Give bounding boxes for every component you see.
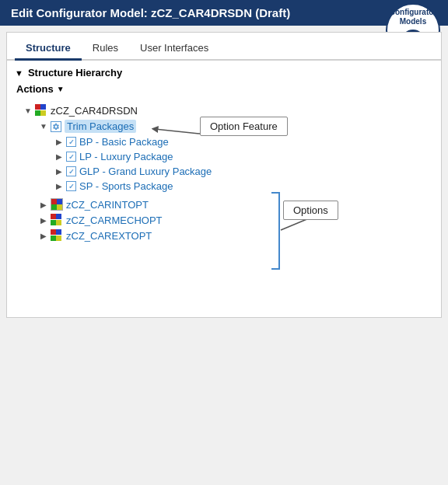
option-node-3: ▶ SP - Sports Package	[15, 179, 433, 194]
item-sq-g	[51, 204, 57, 210]
option-2-expander[interactable]: ▶	[54, 166, 65, 177]
option-3-expander[interactable]: ▶	[54, 181, 65, 192]
item-node-1: ▶ zCZ_CARMECHOPT	[15, 212, 433, 228]
option-1-expander[interactable]: ▶	[54, 152, 65, 162]
tab-user-interfaces[interactable]: User Interfaces	[129, 37, 219, 61]
item-0-label[interactable]: zCZ_CARINTOPT	[66, 199, 149, 211]
option-2-checkbox[interactable]	[66, 166, 76, 176]
item-2-model-squares	[51, 229, 63, 242]
tab-structure[interactable]: Structure	[15, 37, 82, 61]
root-expander[interactable]: ▼	[23, 105, 33, 116]
sq-green	[35, 110, 40, 116]
tree-area: ▼ zCZ_CAR4DRSDN ▼	[7, 99, 441, 317]
actions-dropdown-icon[interactable]: ▼	[57, 85, 65, 93]
item-1-label[interactable]: zCZ_CARMECHOPT	[66, 215, 163, 226]
collapse-triangle[interactable]: ▼	[15, 68, 23, 78]
sq-blue	[40, 104, 46, 110]
item-0-expander[interactable]: ▶	[38, 199, 49, 210]
item-2-label[interactable]: zCZ_CAREXTOPT	[66, 230, 152, 242]
model-squares-icon	[35, 104, 47, 117]
sq-red	[35, 104, 40, 110]
option-0-expander[interactable]: ▶	[54, 137, 65, 148]
callout-options-text: Options	[293, 204, 328, 216]
option-0-checkbox[interactable]	[66, 137, 76, 147]
sq-yellow	[40, 110, 46, 116]
option-3-checkbox[interactable]	[66, 181, 76, 191]
feature-expander[interactable]: ▼	[38, 121, 49, 132]
root-label[interactable]: zCZ_CAR4DRSDN	[51, 105, 138, 117]
option-3-label[interactable]: SP - Sports Package	[79, 180, 173, 192]
callout-options: Options	[283, 201, 338, 220]
section-title: Structure Hierarchy	[28, 67, 122, 79]
callout-option-feature-text: Option Feature	[210, 120, 278, 132]
item-sq-b	[57, 199, 62, 204]
item-0-model-squares	[51, 198, 63, 211]
item-node-0: ▶ zCZ_CARINTOPT	[15, 197, 433, 212]
actions-label: Actions	[16, 83, 54, 95]
item-2-icon	[51, 229, 63, 242]
feature-gear-icon	[51, 121, 61, 132]
option-2-label[interactable]: GLP - Grand Luxury Package	[79, 166, 212, 177]
item-node-2: ▶ zCZ_CAREXTOPT	[15, 228, 433, 243]
callout-option-feature: Option Feature	[200, 117, 288, 136]
page-title: Edit Configurator Model: zCZ_CAR4DRSDN (…	[11, 6, 290, 19]
option-1-label[interactable]: LP - Luxury Package	[79, 151, 173, 162]
tree-root-node: ▼ zCZ_CAR4DRSDN	[15, 103, 433, 118]
tabs-bar: Structure Rules User Interfaces	[7, 33, 441, 61]
actions-row: Actions ▼	[7, 82, 441, 99]
root-model-icon	[35, 104, 47, 117]
header-bar: Edit Configurator Model: zCZ_CAR4DRSDN (…	[0, 0, 448, 26]
section-header: ▼ Structure Hierarchy	[7, 61, 441, 82]
tab-rules[interactable]: Rules	[82, 37, 129, 61]
item-0-icon	[51, 198, 63, 211]
option-node-0: ▶ BP - Basic Package	[15, 134, 433, 149]
main-container: Edit Configurator Model: zCZ_CAR4DRSDN (…	[0, 0, 448, 485]
option-0-label[interactable]: BP - Basic Package	[79, 136, 169, 148]
item-sq-y	[57, 204, 62, 210]
logo-line2: Models	[400, 17, 426, 26]
item-1-icon	[51, 214, 63, 226]
option-node-2: ▶ GLP - Grand Luxury Package	[15, 164, 433, 179]
item-1-model-squares	[51, 214, 63, 226]
logo-line1: Configurator	[390, 8, 437, 17]
item-sq-r	[51, 199, 57, 204]
item-2-expander[interactable]: ▶	[38, 230, 49, 241]
content-area: Structure Rules User Interfaces ▼ Struct…	[6, 32, 442, 318]
feature-label[interactable]: Trim Packages	[65, 120, 136, 133]
option-1-checkbox[interactable]	[66, 152, 76, 162]
option-node-1: ▶ LP - Luxury Package	[15, 149, 433, 164]
item-1-expander[interactable]: ▶	[38, 215, 49, 225]
